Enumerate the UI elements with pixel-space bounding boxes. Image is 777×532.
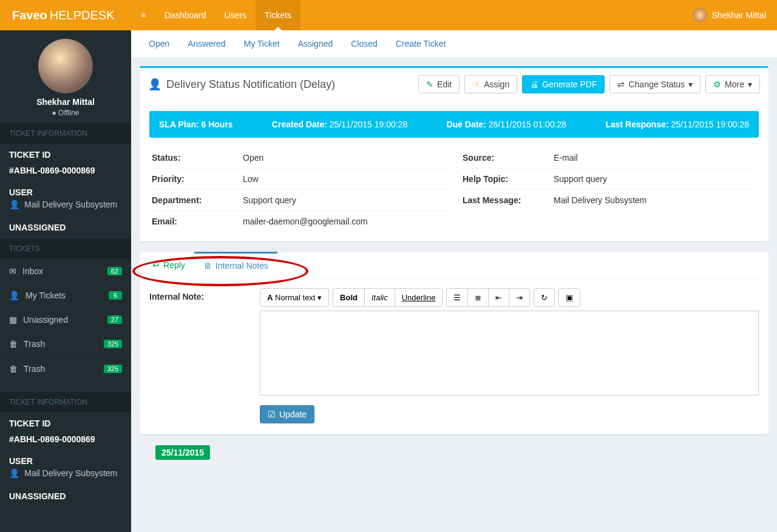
sidebar-ticketid: #ABHL-0869-0000869 [0,166,131,181]
caret-down-icon: ▾ [688,79,693,89]
nav-tickets[interactable]: Tickets [256,0,300,30]
ul-button[interactable]: ☰ [447,289,467,306]
sidebar-item-unassigned[interactable]: ▦Unassigned27 [0,308,131,332]
undo-icon: ↻ [541,293,548,302]
sidebar-user-panel: Shekhar Mittal ● Offline [0,30,131,123]
topbar: Faveo HELPDESK ≡ Dashboard Users Tickets… [0,0,777,30]
bold-button[interactable]: Bold [333,289,364,306]
editor: A Normal text ▾ Bold Italic Underline ☰ … [260,288,759,396]
undo-button[interactable]: ↻ [534,289,554,306]
sidebar-header-ticketinfo2: TICKET INFORMATION [0,392,131,412]
menu-toggle-button[interactable]: ≡ [131,0,155,30]
subnav-open[interactable]: Open [140,30,178,57]
image-button[interactable]: ▣ [559,289,580,306]
avatar-icon [693,8,707,22]
sidebar-status: ● Offline [0,109,131,117]
sidebar-item-trash[interactable]: 🗑Trash325 [0,332,131,356]
sidebar-item-mytickets[interactable]: 👤My Tickets6 [0,283,131,308]
nav-users[interactable]: Users [215,0,256,30]
image-icon: ▣ [566,293,573,302]
editor-body[interactable] [260,311,759,396]
sidebar-unassigned[interactable]: UNASSIGNED [0,217,131,238]
user-icon: 👤 [148,78,161,91]
sla-callout: SLA Plan: 6 Hours Created Date: 25/11/20… [149,111,759,138]
sidebar-header-ticketinfo: TICKET INFORMATION [0,123,131,144]
sidebar-user-name: Shekhar Mittal [0,97,131,107]
envelope-icon: ✉ [9,266,16,276]
gear-icon: ⚙ [713,79,721,89]
assign-button[interactable]: ☞Assign [464,75,517,93]
nav-dashboard[interactable]: Dashboard [155,0,215,30]
editor-toolbar: A Normal text ▾ Bold Italic Underline ☰ … [260,288,759,307]
outdent-button[interactable]: ⇤ [488,289,509,306]
sidebar-user-label2: USER [0,450,131,467]
edit-button[interactable]: ✎Edit [418,75,460,93]
sidebar-user-value2[interactable]: 👤Mail Delivery Subsystem [0,467,131,485]
badge: 27 [107,315,122,324]
badge: 6 [109,291,122,300]
update-button[interactable]: ☑Update [260,405,314,423]
content: Open Answered My Ticket Assigned Closed … [131,30,777,532]
details-right: Source:E-mail Help Topic:Support query L… [460,147,759,232]
topbar-user[interactable]: Shekhar Mittal [693,0,777,30]
pencil-icon: ✎ [426,79,433,89]
details-left: Status:Open Priority:Low Department:Supp… [149,147,448,232]
brand-light: HELPDESK [50,8,115,22]
check-icon: ☑ [268,409,276,419]
internal-note-label: Internal Note: [149,288,246,301]
indent-button[interactable]: ⇥ [509,289,529,306]
ticket-subnav: Open Answered My Ticket Assigned Closed … [131,30,777,58]
active-caret-icon [274,27,282,31]
subnav-myticket[interactable]: My Ticket [235,30,289,57]
hamburger-icon: ≡ [141,10,146,20]
trash-icon: 🗑 [9,339,18,349]
sidebar-ticketid-label2: TICKET ID [0,412,131,434]
exchange-icon: ⇄ [617,79,625,89]
badge: 325 [104,340,122,348]
reply-icon: ↩ [152,260,160,270]
tab-reply[interactable]: ↩Reply [143,252,194,278]
sidebar-ticketid-label: TICKET ID [0,144,131,166]
badge: 325 [104,365,122,373]
ticket-box: 👤Delivery Status Notification (Delay) ✎E… [140,66,769,241]
brand-logo[interactable]: Faveo HELPDESK [0,0,131,30]
sidebar-unassigned2[interactable]: UNASSIGNED [0,485,131,507]
sidebar: Shekhar Mittal ● Offline TICKET INFORMAT… [0,30,131,532]
outdent-icon: ⇤ [495,293,502,302]
tab-internal-notes[interactable]: 🗎Internal Notes [194,252,277,278]
sidebar-user-value[interactable]: 👤Mail Delivery Subsystem [0,198,131,217]
list-ul-icon: ☰ [453,293,461,302]
more-button[interactable]: ⚙More ▾ [705,75,760,93]
file-icon: 🗎 [203,261,212,271]
italic-button[interactable]: Italic [364,289,395,306]
subnav-closed[interactable]: Closed [342,30,387,57]
ticket-details: Status:Open Priority:Low Department:Supp… [140,147,769,241]
sidebar-item-trash-dup[interactable]: 🗑Trash325 [0,356,131,381]
user-icon: 👤 [9,200,19,209]
timeline-date-badge: 25/11/2015 [155,445,210,460]
generate-pdf-button[interactable]: 🖨Generate PDF [522,75,605,93]
subnav-assigned[interactable]: Assigned [289,30,342,57]
sidebar-item-inbox[interactable]: ✉Inbox62 [0,259,131,283]
sidebar-ticketid2: #ABHL-0869-0000869 [0,434,131,450]
sidebar-user-label: USER [0,181,131,198]
indent-icon: ⇥ [516,293,523,302]
sidebar-header-tickets: TICKETS [0,238,131,259]
sidebar-avatar [38,39,93,93]
subnav-answered[interactable]: Answered [178,30,234,57]
hand-icon: ☞ [472,79,480,89]
underline-button[interactable]: Underline [395,289,443,306]
reply-box: ↩Reply 🗎Internal Notes Internal Note: A … [140,252,769,434]
subnav-create[interactable]: Create Ticket [387,30,455,57]
main-nav: Dashboard Users Tickets [155,0,300,30]
change-status-button[interactable]: ⇄Change Status ▾ [609,75,701,93]
ol-button[interactable]: ≣ [467,289,488,306]
timeline: 25/11/2015 [140,445,769,460]
reply-tabs: ↩Reply 🗎Internal Notes [140,252,769,278]
grid-icon: ▦ [9,315,17,325]
badge: 62 [107,267,122,275]
format-dropdown[interactable]: A Normal text ▾ [260,289,328,306]
user-icon: 👤 [9,468,19,478]
trash-icon: 🗑 [9,364,18,374]
print-icon: 🖨 [530,79,538,89]
